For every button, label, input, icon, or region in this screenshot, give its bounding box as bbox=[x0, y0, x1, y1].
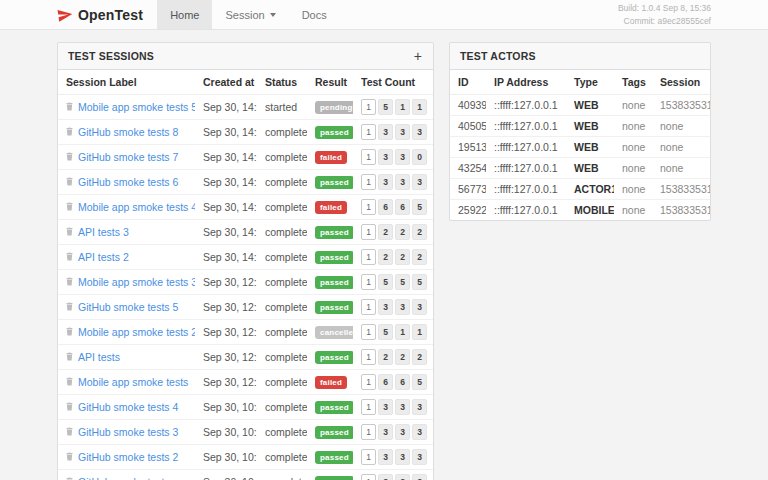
nav-item-home[interactable]: Home bbox=[157, 0, 212, 29]
col-session-label: Session Label bbox=[58, 70, 195, 95]
test-count-chip: 3 bbox=[395, 124, 410, 140]
test-count-chip: 3 bbox=[412, 424, 427, 440]
result-cell: passed bbox=[307, 345, 353, 370]
result-badge: passed bbox=[315, 451, 353, 464]
delete-session-icon[interactable] bbox=[66, 376, 73, 388]
delete-session-icon[interactable] bbox=[66, 426, 73, 438]
actor-id-cell: 56773 bbox=[450, 179, 486, 200]
status-cell: completed bbox=[257, 170, 307, 195]
result-cell: passed bbox=[307, 470, 353, 480]
session-link[interactable]: API tests 3 bbox=[78, 226, 129, 238]
created-at-cell: Sep 30, 10:38 bbox=[195, 420, 257, 445]
test-count-cell: 1555 bbox=[353, 270, 433, 295]
session-label-cell: Mobile app smoke tests 5 bbox=[58, 95, 195, 120]
delete-session-icon[interactable] bbox=[66, 226, 73, 238]
result-cell: failed bbox=[307, 370, 353, 395]
delete-session-icon[interactable] bbox=[66, 351, 73, 363]
actor-id-cell: 25922 bbox=[450, 200, 486, 221]
test-count-chip: 1 bbox=[361, 174, 376, 190]
test-count-chip: 5 bbox=[395, 274, 410, 290]
result-badge: pending bbox=[315, 101, 353, 114]
delete-session-icon[interactable] bbox=[66, 476, 73, 480]
test-count-cell: 1222 bbox=[353, 220, 433, 245]
result-badge: failed bbox=[315, 376, 347, 389]
status-cell: completed bbox=[257, 220, 307, 245]
session-link[interactable]: GitHub smoke tests 3 bbox=[78, 426, 178, 438]
nav-item-docs[interactable]: Docs bbox=[289, 0, 340, 29]
delete-session-icon[interactable] bbox=[66, 176, 73, 188]
test-count-cell: 1333 bbox=[353, 420, 433, 445]
delete-session-icon[interactable] bbox=[66, 451, 73, 463]
test-count-chip: 1 bbox=[412, 324, 427, 340]
session-row: GitHub smoke tests 5Sep 30, 12:12complet… bbox=[58, 295, 433, 320]
main-nav: Home Session Docs bbox=[157, 0, 340, 29]
created-at-cell: Sep 30, 14:14 bbox=[195, 245, 257, 270]
actor-type-cell: WEB bbox=[566, 137, 614, 158]
col-session: Session bbox=[652, 70, 710, 95]
created-at-cell: Sep 30, 12:12 bbox=[195, 345, 257, 370]
test-count-chip: 1 bbox=[361, 449, 376, 465]
actor-session-cell: 1538335310 bbox=[652, 179, 710, 200]
result-badge: passed bbox=[315, 126, 353, 139]
actor-session-cell: none bbox=[652, 158, 710, 179]
test-count-chip: 1 bbox=[361, 374, 376, 390]
delete-session-icon[interactable] bbox=[66, 301, 73, 313]
test-count-chip: 2 bbox=[378, 249, 393, 265]
session-link[interactable]: Mobile app smoke tests 5 bbox=[78, 101, 195, 113]
build-info: Build: 1.0.4 Sep 8, 15:36 Commit: a9ec28… bbox=[618, 0, 711, 29]
session-link[interactable]: Mobile app smoke tests bbox=[78, 376, 188, 388]
actor-session-cell: 1538335310 bbox=[652, 200, 710, 221]
session-link[interactable]: GitHub smoke tests 7 bbox=[78, 151, 178, 163]
add-session-button[interactable]: + bbox=[413, 51, 423, 61]
test-actors-panel: TEST ACTORS ID IP Address Type Tags Sess… bbox=[449, 42, 711, 221]
session-link[interactable]: GitHub smoke tests bbox=[78, 476, 170, 480]
delete-session-icon[interactable] bbox=[66, 101, 73, 113]
delete-session-icon[interactable] bbox=[66, 151, 73, 163]
delete-session-icon[interactable] bbox=[66, 276, 73, 288]
actor-row: 25922::ffff:127.0.0.1MOBILEnone153833531… bbox=[450, 200, 710, 221]
actor-ip-cell: ::ffff:127.0.0.1 bbox=[486, 200, 566, 221]
nav-item-session[interactable]: Session bbox=[212, 0, 288, 29]
session-link[interactable]: API tests 2 bbox=[78, 251, 129, 263]
session-link[interactable]: GitHub smoke tests 8 bbox=[78, 126, 178, 138]
session-link[interactable]: GitHub smoke tests 6 bbox=[78, 176, 178, 188]
session-row: Mobile app smoke testsSep 30, 12:10compl… bbox=[58, 370, 433, 395]
test-actors-title: TEST ACTORS bbox=[460, 50, 536, 62]
test-count-cell: 1333 bbox=[353, 170, 433, 195]
session-link[interactable]: GitHub smoke tests 5 bbox=[78, 301, 178, 313]
created-at-cell: Sep 30, 14:21 bbox=[195, 120, 257, 145]
test-count-cell: 1333 bbox=[353, 470, 433, 480]
app-title: OpenTest bbox=[78, 7, 143, 23]
brand: OpenTest bbox=[57, 0, 157, 29]
delete-session-icon[interactable] bbox=[66, 326, 73, 338]
session-link[interactable]: Mobile app smoke tests 2 bbox=[78, 326, 195, 338]
test-count-chip: 3 bbox=[378, 149, 393, 165]
session-link[interactable]: GitHub smoke tests 2 bbox=[78, 451, 178, 463]
session-link[interactable]: Mobile app smoke tests 4 bbox=[78, 201, 195, 213]
session-label-cell: GitHub smoke tests 6 bbox=[58, 170, 195, 195]
col-test-count: Test Count bbox=[353, 70, 433, 95]
test-count-cell: 1665 bbox=[353, 195, 433, 220]
created-at-cell: Sep 30, 10:37 bbox=[195, 445, 257, 470]
session-link[interactable]: Mobile app smoke tests 3 bbox=[78, 276, 195, 288]
session-link[interactable]: GitHub smoke tests 4 bbox=[78, 401, 178, 413]
test-count-chip: 1 bbox=[361, 224, 376, 240]
test-count-chip: 3 bbox=[395, 174, 410, 190]
status-cell: completed bbox=[257, 145, 307, 170]
session-link[interactable]: API tests bbox=[78, 351, 120, 363]
actor-row: 40939::ffff:127.0.0.1WEBnone1538335310 bbox=[450, 95, 710, 116]
status-cell: completed bbox=[257, 245, 307, 270]
result-cell: passed bbox=[307, 420, 353, 445]
test-count-chip: 3 bbox=[412, 299, 427, 315]
created-at-cell: Sep 30, 14:21 bbox=[195, 95, 257, 120]
col-created-at: Created at bbox=[195, 70, 257, 95]
test-count-chip: 5 bbox=[378, 324, 393, 340]
delete-session-icon[interactable] bbox=[66, 251, 73, 263]
delete-session-icon[interactable] bbox=[66, 401, 73, 413]
test-count-cell: 1665 bbox=[353, 370, 433, 395]
test-count-chip: 3 bbox=[395, 474, 410, 480]
test-count-chip: 3 bbox=[395, 399, 410, 415]
delete-session-icon[interactable] bbox=[66, 201, 73, 213]
delete-session-icon[interactable] bbox=[66, 126, 73, 138]
test-count-cell: 1222 bbox=[353, 345, 433, 370]
